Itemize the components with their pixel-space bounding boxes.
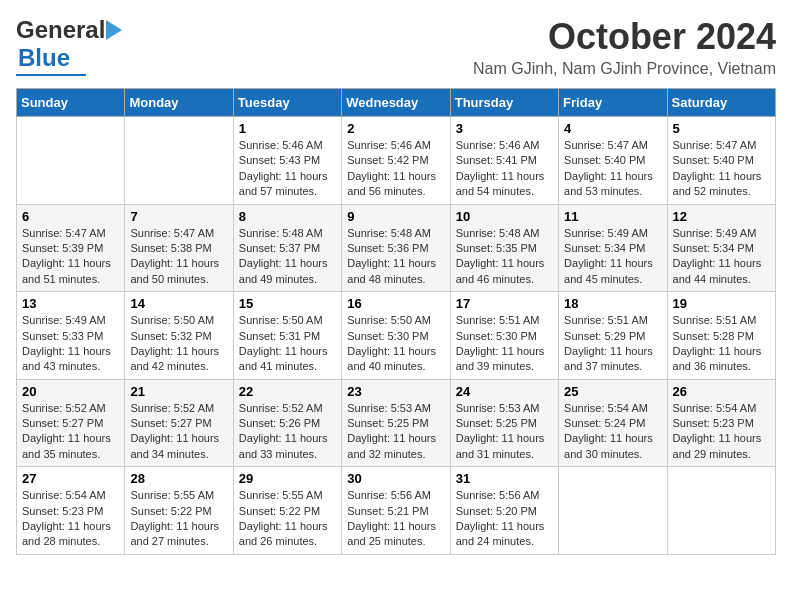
day-content: Sunrise: 5:55 AM Sunset: 5:22 PM Dayligh…: [239, 488, 336, 550]
calendar-week-2: 6Sunrise: 5:47 AM Sunset: 5:39 PM Daylig…: [17, 204, 776, 292]
calendar-cell: 13Sunrise: 5:49 AM Sunset: 5:33 PM Dayli…: [17, 292, 125, 380]
calendar-cell: [559, 467, 667, 555]
calendar-cell: 21Sunrise: 5:52 AM Sunset: 5:27 PM Dayli…: [125, 379, 233, 467]
calendar-week-1: 1Sunrise: 5:46 AM Sunset: 5:43 PM Daylig…: [17, 117, 776, 205]
calendar-cell: 27Sunrise: 5:54 AM Sunset: 5:23 PM Dayli…: [17, 467, 125, 555]
day-number: 19: [673, 296, 770, 311]
day-content: Sunrise: 5:46 AM Sunset: 5:42 PM Dayligh…: [347, 138, 444, 200]
day-content: Sunrise: 5:56 AM Sunset: 5:20 PM Dayligh…: [456, 488, 553, 550]
calendar-cell: 25Sunrise: 5:54 AM Sunset: 5:24 PM Dayli…: [559, 379, 667, 467]
day-number: 4: [564, 121, 661, 136]
calendar-cell: 29Sunrise: 5:55 AM Sunset: 5:22 PM Dayli…: [233, 467, 341, 555]
calendar-cell: 8Sunrise: 5:48 AM Sunset: 5:37 PM Daylig…: [233, 204, 341, 292]
day-number: 3: [456, 121, 553, 136]
calendar-cell: 4Sunrise: 5:47 AM Sunset: 5:40 PM Daylig…: [559, 117, 667, 205]
day-number: 12: [673, 209, 770, 224]
calendar-cell: 26Sunrise: 5:54 AM Sunset: 5:23 PM Dayli…: [667, 379, 775, 467]
day-content: Sunrise: 5:47 AM Sunset: 5:38 PM Dayligh…: [130, 226, 227, 288]
calendar-header-row: SundayMondayTuesdayWednesdayThursdayFrid…: [17, 89, 776, 117]
calendar-cell: 7Sunrise: 5:47 AM Sunset: 5:38 PM Daylig…: [125, 204, 233, 292]
day-number: 25: [564, 384, 661, 399]
calendar-cell: 5Sunrise: 5:47 AM Sunset: 5:40 PM Daylig…: [667, 117, 775, 205]
day-number: 27: [22, 471, 119, 486]
day-number: 26: [673, 384, 770, 399]
day-content: Sunrise: 5:54 AM Sunset: 5:24 PM Dayligh…: [564, 401, 661, 463]
day-number: 15: [239, 296, 336, 311]
day-content: Sunrise: 5:49 AM Sunset: 5:33 PM Dayligh…: [22, 313, 119, 375]
day-content: Sunrise: 5:51 AM Sunset: 5:28 PM Dayligh…: [673, 313, 770, 375]
day-content: Sunrise: 5:50 AM Sunset: 5:32 PM Dayligh…: [130, 313, 227, 375]
day-content: Sunrise: 5:49 AM Sunset: 5:34 PM Dayligh…: [564, 226, 661, 288]
day-number: 16: [347, 296, 444, 311]
day-content: Sunrise: 5:48 AM Sunset: 5:36 PM Dayligh…: [347, 226, 444, 288]
calendar-body: 1Sunrise: 5:46 AM Sunset: 5:43 PM Daylig…: [17, 117, 776, 555]
day-content: Sunrise: 5:56 AM Sunset: 5:21 PM Dayligh…: [347, 488, 444, 550]
weekday-header-friday: Friday: [559, 89, 667, 117]
day-number: 23: [347, 384, 444, 399]
logo: General Blue: [16, 16, 128, 76]
day-content: Sunrise: 5:48 AM Sunset: 5:37 PM Dayligh…: [239, 226, 336, 288]
location-title: Nam GJinh, Nam GJinh Province, Vietnam: [473, 60, 776, 78]
calendar-cell: 3Sunrise: 5:46 AM Sunset: 5:41 PM Daylig…: [450, 117, 558, 205]
day-content: Sunrise: 5:50 AM Sunset: 5:31 PM Dayligh…: [239, 313, 336, 375]
day-number: 10: [456, 209, 553, 224]
calendar-cell: [125, 117, 233, 205]
day-content: Sunrise: 5:46 AM Sunset: 5:41 PM Dayligh…: [456, 138, 553, 200]
day-number: 14: [130, 296, 227, 311]
calendar-cell: 30Sunrise: 5:56 AM Sunset: 5:21 PM Dayli…: [342, 467, 450, 555]
day-content: Sunrise: 5:52 AM Sunset: 5:26 PM Dayligh…: [239, 401, 336, 463]
day-number: 18: [564, 296, 661, 311]
day-content: Sunrise: 5:52 AM Sunset: 5:27 PM Dayligh…: [22, 401, 119, 463]
day-content: Sunrise: 5:47 AM Sunset: 5:39 PM Dayligh…: [22, 226, 119, 288]
calendar-cell: 14Sunrise: 5:50 AM Sunset: 5:32 PM Dayli…: [125, 292, 233, 380]
calendar-cell: 28Sunrise: 5:55 AM Sunset: 5:22 PM Dayli…: [125, 467, 233, 555]
weekday-header-wednesday: Wednesday: [342, 89, 450, 117]
calendar-cell: 22Sunrise: 5:52 AM Sunset: 5:26 PM Dayli…: [233, 379, 341, 467]
day-number: 30: [347, 471, 444, 486]
day-number: 24: [456, 384, 553, 399]
calendar-cell: 19Sunrise: 5:51 AM Sunset: 5:28 PM Dayli…: [667, 292, 775, 380]
day-number: 20: [22, 384, 119, 399]
day-number: 6: [22, 209, 119, 224]
day-content: Sunrise: 5:48 AM Sunset: 5:35 PM Dayligh…: [456, 226, 553, 288]
day-number: 13: [22, 296, 119, 311]
calendar-cell: 6Sunrise: 5:47 AM Sunset: 5:39 PM Daylig…: [17, 204, 125, 292]
title-block: October 2024 Nam GJinh, Nam GJinh Provin…: [473, 16, 776, 78]
calendar-cell: [667, 467, 775, 555]
day-number: 21: [130, 384, 227, 399]
day-content: Sunrise: 5:54 AM Sunset: 5:23 PM Dayligh…: [673, 401, 770, 463]
calendar-cell: 20Sunrise: 5:52 AM Sunset: 5:27 PM Dayli…: [17, 379, 125, 467]
day-number: 22: [239, 384, 336, 399]
day-content: Sunrise: 5:46 AM Sunset: 5:43 PM Dayligh…: [239, 138, 336, 200]
day-content: Sunrise: 5:47 AM Sunset: 5:40 PM Dayligh…: [564, 138, 661, 200]
day-number: 8: [239, 209, 336, 224]
weekday-header-thursday: Thursday: [450, 89, 558, 117]
day-content: Sunrise: 5:55 AM Sunset: 5:22 PM Dayligh…: [130, 488, 227, 550]
day-content: Sunrise: 5:53 AM Sunset: 5:25 PM Dayligh…: [456, 401, 553, 463]
calendar-week-3: 13Sunrise: 5:49 AM Sunset: 5:33 PM Dayli…: [17, 292, 776, 380]
day-number: 17: [456, 296, 553, 311]
day-number: 7: [130, 209, 227, 224]
page-header: General Blue October 2024 Nam GJinh, Nam…: [16, 16, 776, 78]
weekday-header-monday: Monday: [125, 89, 233, 117]
day-content: Sunrise: 5:49 AM Sunset: 5:34 PM Dayligh…: [673, 226, 770, 288]
day-content: Sunrise: 5:53 AM Sunset: 5:25 PM Dayligh…: [347, 401, 444, 463]
svg-marker-0: [106, 20, 122, 40]
logo-underline: [16, 74, 86, 76]
calendar-week-5: 27Sunrise: 5:54 AM Sunset: 5:23 PM Dayli…: [17, 467, 776, 555]
day-content: Sunrise: 5:54 AM Sunset: 5:23 PM Dayligh…: [22, 488, 119, 550]
day-number: 29: [239, 471, 336, 486]
day-number: 9: [347, 209, 444, 224]
calendar-cell: 11Sunrise: 5:49 AM Sunset: 5:34 PM Dayli…: [559, 204, 667, 292]
calendar-cell: [17, 117, 125, 205]
day-content: Sunrise: 5:52 AM Sunset: 5:27 PM Dayligh…: [130, 401, 227, 463]
day-content: Sunrise: 5:51 AM Sunset: 5:30 PM Dayligh…: [456, 313, 553, 375]
calendar-cell: 2Sunrise: 5:46 AM Sunset: 5:42 PM Daylig…: [342, 117, 450, 205]
day-number: 11: [564, 209, 661, 224]
logo-arrow-icon: [106, 20, 128, 40]
calendar-cell: 18Sunrise: 5:51 AM Sunset: 5:29 PM Dayli…: [559, 292, 667, 380]
calendar-cell: 23Sunrise: 5:53 AM Sunset: 5:25 PM Dayli…: [342, 379, 450, 467]
day-number: 28: [130, 471, 227, 486]
day-content: Sunrise: 5:50 AM Sunset: 5:30 PM Dayligh…: [347, 313, 444, 375]
calendar-cell: 16Sunrise: 5:50 AM Sunset: 5:30 PM Dayli…: [342, 292, 450, 380]
